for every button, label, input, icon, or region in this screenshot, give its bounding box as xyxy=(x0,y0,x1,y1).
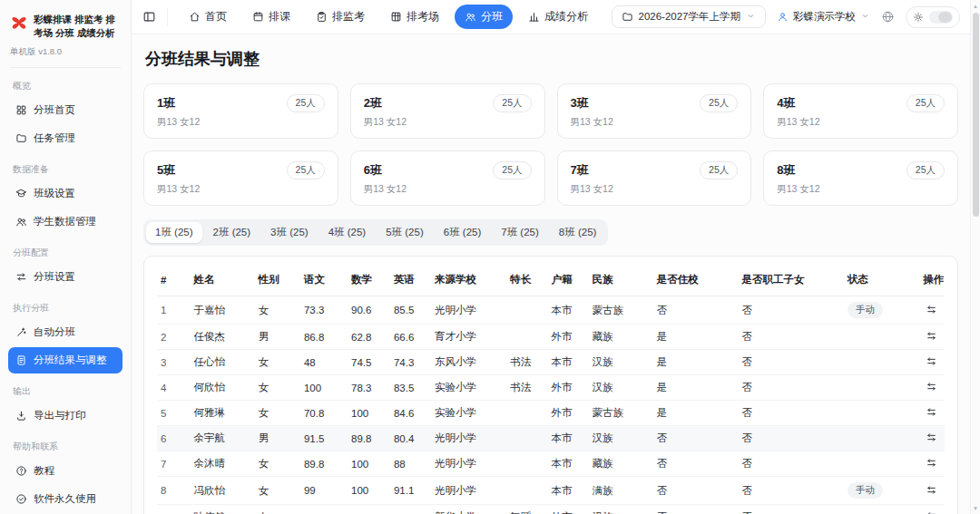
scrollbar-down-arrow[interactable]: ▼ xyxy=(971,505,980,511)
cell-boarding: 否 xyxy=(653,426,739,451)
cell-status xyxy=(844,426,919,451)
nav-home[interactable]: 首页 xyxy=(179,5,237,29)
cell-no: 8 xyxy=(157,477,190,505)
panel-collapse-icon xyxy=(142,10,156,24)
table-row[interactable]: 2任俊杰男86.862.866.6育才小学外市藏族是否 xyxy=(157,325,945,350)
class-card[interactable]: 2班25人男13 女12 xyxy=(350,83,545,139)
swap-student-button[interactable] xyxy=(926,330,937,342)
swap-student-button[interactable] xyxy=(926,510,937,514)
swap-student-button[interactable] xyxy=(926,355,937,367)
table-row[interactable]: 7余沐晴女89.810088光明小学本市藏族否否 xyxy=(157,451,945,477)
table-row[interactable]: 4何欣怡女10078.383.5实验小学书法外市汉族是否 xyxy=(157,375,945,401)
table-row[interactable]: 3任心怡女4874.574.3东风小学书法本市汉族是否 xyxy=(157,350,945,375)
swap-student-button[interactable] xyxy=(926,457,937,469)
class-card[interactable]: 1班25人男13 女12 xyxy=(143,83,338,139)
table-row[interactable]: 8冯欣怡女9910091.1光明小学本市满族否否手动 xyxy=(157,477,945,505)
page-scrollbar[interactable]: ▲ ▼ xyxy=(970,0,980,514)
sidebar-item-division-settings[interactable]: 分班设置 xyxy=(8,264,122,290)
cell-actions xyxy=(919,350,945,375)
globe-icon xyxy=(881,10,895,24)
cell-talent xyxy=(506,451,547,477)
table-row[interactable]: 5何雅琳女70.810084.6实验小学外市蒙古族是否 xyxy=(157,401,945,426)
semester-selector[interactable]: 2026-2027学年上学期 xyxy=(612,5,767,28)
class-gender-summary: 男13 女12 xyxy=(571,183,739,196)
class-count-badge: 25人 xyxy=(287,94,325,112)
cell-gender: 女 xyxy=(255,451,300,477)
class-tab-5[interactable]: 5班 (25) xyxy=(377,222,433,243)
swap-student-button[interactable] xyxy=(926,432,937,443)
sidebar-item-label: 软件永久使用 xyxy=(34,492,96,506)
cell-ethnicity: 汉族 xyxy=(589,375,653,401)
class-tab-6[interactable]: 6班 (25) xyxy=(435,222,491,243)
sidebar-item-export-print[interactable]: 导出与打印 xyxy=(8,402,122,429)
table-row[interactable]: 1于嘉怡女73.390.685.5光明小学本市蒙古族否否手动 xyxy=(157,296,945,325)
class-tab-2[interactable]: 2班 (25) xyxy=(204,222,260,243)
sidebar-section-title: 执行分班 xyxy=(13,302,118,315)
cell-boarding: 是 xyxy=(653,325,739,350)
topbar-divider xyxy=(167,8,168,26)
sidebar-collapse-button[interactable] xyxy=(142,10,156,24)
cell-actions xyxy=(919,325,945,350)
students-table-card: #姓名性别语文数学英语来源学校特长户籍民族是否住校是否职工子女状态操作 1于嘉怡… xyxy=(143,256,958,514)
class-gender-summary: 男13 女12 xyxy=(157,116,325,129)
shuffle-icon xyxy=(15,271,27,283)
nav-score-analysis[interactable]: 成绩分析 xyxy=(518,5,598,29)
cell-staff_child: 否 xyxy=(739,325,844,350)
sidebar-item-student-data[interactable]: 学生数据管理 xyxy=(8,209,122,235)
column-header: # xyxy=(157,264,190,296)
nav-exam-rooms[interactable]: 排考场 xyxy=(380,5,449,29)
school-account-menu[interactable]: 彩蝶演示学校 xyxy=(777,10,870,24)
column-header: 操作 xyxy=(919,264,945,296)
swap-student-button[interactable] xyxy=(926,406,937,418)
cell-school: 光明小学 xyxy=(431,477,506,505)
scrollbar-thumb[interactable] xyxy=(973,13,979,217)
nav-course-scheduling[interactable]: 排课 xyxy=(242,5,300,29)
class-card[interactable]: 7班25人男13 女12 xyxy=(557,150,752,206)
class-tab-8[interactable]: 8班 (25) xyxy=(550,222,606,243)
sidebar-item-task-management[interactable]: 任务管理 xyxy=(8,125,122,151)
sidebar-item-label: 分班首页 xyxy=(34,103,75,117)
nav-class-division[interactable]: 分班 xyxy=(455,5,513,29)
scrollbar-up-arrow[interactable]: ▲ xyxy=(971,3,980,9)
cell-actions xyxy=(919,451,945,477)
swap-student-button[interactable] xyxy=(926,304,937,315)
cell-registry: 本市 xyxy=(547,296,588,325)
calendar-icon xyxy=(252,11,264,23)
sidebar-item-software-license[interactable]: 软件永久使用 xyxy=(8,486,122,512)
class-gender-summary: 男13 女12 xyxy=(777,116,945,129)
class-tab-4[interactable]: 4班 (25) xyxy=(319,222,376,243)
nav-invigilation[interactable]: 排监考 xyxy=(306,5,375,29)
sidebar-section-title: 数据准备 xyxy=(13,163,118,176)
class-card[interactable]: 5班25人男13 女12 xyxy=(143,150,338,206)
cell-talent: 舞蹈 xyxy=(506,505,547,514)
theme-toggle[interactable] xyxy=(906,6,960,28)
cell-registry: 本市 xyxy=(547,451,588,477)
cell-school: 光明小学 xyxy=(431,451,506,477)
sidebar-item-class-settings[interactable]: 班级设置 xyxy=(8,180,122,207)
sidebar-item-auto-division[interactable]: 自动分班 xyxy=(8,319,122,345)
table-row[interactable]: 6余宇航男91.589.880.4光明小学本市汉族否否 xyxy=(157,426,945,451)
class-tab-3[interactable]: 3班 (25) xyxy=(261,222,318,243)
class-tab-7[interactable]: 7班 (25) xyxy=(492,222,548,243)
sidebar-item-tutorial[interactable]: 教程 xyxy=(8,458,122,484)
class-gender-summary: 男13 女12 xyxy=(571,116,739,129)
cell-talent xyxy=(506,296,547,325)
class-card[interactable]: 6班25人男13 女12 xyxy=(350,150,545,206)
sidebar-item-label: 自动分班 xyxy=(34,325,75,339)
cell-name: 冯欣怡 xyxy=(190,477,254,505)
chevron-down-icon xyxy=(746,11,756,23)
class-tab-1[interactable]: 1班 (25) xyxy=(146,222,202,243)
class-card[interactable]: 3班25人男13 女12 xyxy=(557,83,752,139)
swap-student-button[interactable] xyxy=(926,381,937,393)
cell-talent xyxy=(506,426,547,451)
table-row[interactable]: 9叶依然女84.472.246.7新华小学舞蹈外市汉族否否 xyxy=(157,505,945,514)
class-card[interactable]: 8班25人男13 女12 xyxy=(763,150,958,206)
sidebar-item-division-home[interactable]: 分班首页 xyxy=(8,97,122,123)
sidebar-item-division-results[interactable]: 分班结果与调整 xyxy=(8,347,122,373)
cell-school: 光明小学 xyxy=(431,426,506,451)
swap-student-button[interactable] xyxy=(926,484,937,496)
cell-name: 任俊杰 xyxy=(190,325,254,350)
cell-english: 84.6 xyxy=(390,401,431,426)
globe-button[interactable] xyxy=(881,10,895,24)
class-card[interactable]: 4班25人男13 女12 xyxy=(763,83,958,139)
